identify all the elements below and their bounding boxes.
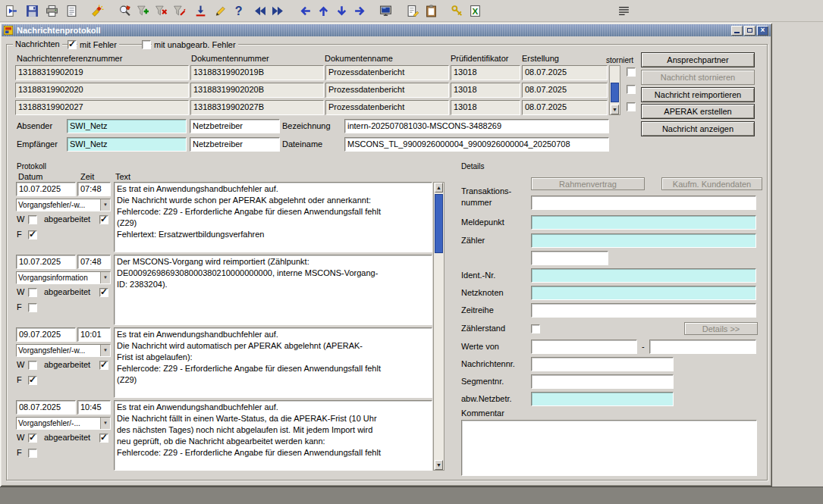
ansprechpartner-button[interactable]: Ansprechpartner [641,52,755,67]
table-cell-dokname[interactable]: Prozessdatenbericht [325,65,449,80]
messages-scroll-down-button[interactable]: ▼ [611,105,619,114]
protokoll-scrollbar-thumb[interactable] [435,194,443,253]
entry-datum-field[interactable]: 10.07.2025 [16,182,76,196]
print-button[interactable] [42,2,61,20]
execute-query-button[interactable] [134,2,152,20]
table-cell-erstellung[interactable]: 08.07.2025 [522,100,608,115]
enter-query-button[interactable] [115,2,134,20]
previous-block-button[interactable] [250,2,269,20]
empfaenger-code-field[interactable]: SWI_Netz [67,137,187,152]
storniert-checkbox[interactable] [627,85,636,94]
table-cell-pruef[interactable]: 13018 [451,100,520,115]
combo-dropdown-icon[interactable]: ▼ [100,345,110,356]
table-cell-erstellung[interactable]: 08.07.2025 [522,83,608,98]
next-block-button[interactable] [269,2,287,20]
maximize-button[interactable] [744,26,755,36]
details-expand-button[interactable]: Details >> [684,322,758,335]
entry-text-area[interactable]: Der MSCONS-Vorgang wird reimportiert (Zä… [114,255,432,325]
segmentnr-field[interactable] [531,374,674,389]
clipboard-button[interactable] [422,2,440,20]
entry-text-area[interactable]: Es trat ein Anwendungshandbuchfehler auf… [114,400,432,471]
dateiname-field[interactable]: MSCONS_TL_9900926000004_9900926000004_20… [344,137,609,152]
entry-typ-combo[interactable]: Vorgangsfehler/-w...▼ [16,199,111,211]
entry-zeit-field[interactable]: 10:01 [77,327,111,342]
kaufm-kundendaten-button[interactable]: Kaufm. Kundendaten [661,177,762,190]
entry-zeit-field[interactable]: 07:48 [77,255,111,269]
table-cell-ref[interactable]: 13188319902020 [15,83,189,98]
protokoll-scroll-up-button[interactable]: ▲ [435,183,443,193]
entry-typ-combo[interactable]: Vorgangsfehler/-w...▼ [16,344,111,357]
edit-button[interactable] [211,2,229,20]
nachrichtennr-field[interactable] [531,357,674,371]
excel-export-button[interactable]: X [466,2,484,20]
entry-text-area[interactable]: Es trat ein Anwendungshandbuchfehler auf… [114,182,432,252]
w-checkbox[interactable] [28,215,37,224]
print-preview-button[interactable] [62,2,80,20]
close-button[interactable]: × [757,26,768,36]
help-button[interactable]: ? [229,2,247,20]
next-item-button[interactable] [350,2,369,20]
entry-datum-field[interactable]: 09.07.2025 [16,327,76,342]
nachricht-reimportieren-button[interactable]: Nachricht reimportieren [641,87,755,102]
nachricht-anzeigen-button[interactable]: Nachricht anzeigen [641,121,755,136]
ident-nr-field[interactable] [531,268,756,283]
table-cell-doknr[interactable]: 13188319902019B [190,65,324,80]
table-cell-erstellung[interactable]: 08.07.2025 [522,65,608,80]
keys-button[interactable] [448,2,466,20]
combo-dropdown-icon[interactable]: ▼ [100,418,110,429]
messages-scrollbar-thumb[interactable] [611,83,619,102]
werte-von-field[interactable] [531,340,637,354]
entry-typ-combo[interactable]: Vorgangsinformation▼ [16,271,111,284]
transaktionsnummer-field[interactable] [531,196,756,210]
abgearbeitet-checkbox[interactable] [99,215,108,224]
entry-text-area[interactable]: Es trat ein Anwendungshandbuchfehler auf… [114,327,432,398]
protokoll-scroll-down-button[interactable]: ▼ [435,460,443,470]
f-checkbox[interactable] [28,230,37,239]
table-cell-ref[interactable]: 13188319902027 [15,100,189,115]
entry-datum-field[interactable]: 08.07.2025 [16,400,76,415]
zaehler2-field[interactable] [531,251,608,265]
table-cell-dokname[interactable]: Prozessdatenbericht [325,83,449,98]
cancel-query-button[interactable] [152,2,170,20]
window-titlebar[interactable]: Nachrichtenprotokoll × [2,24,771,36]
entry-zeit-field[interactable]: 10:45 [77,400,111,415]
mit-unabgearb-fehler-checkbox[interactable] [142,40,151,49]
protokoll-scrollbar[interactable]: ▲ ▼ [433,182,444,471]
storniert-checkbox[interactable] [627,102,636,111]
werte-bis-field[interactable] [649,340,756,354]
scroll-up-button[interactable] [314,2,332,20]
messages-scrollbar[interactable]: ▼ [609,65,620,115]
table-cell-pruef[interactable]: 13018 [451,83,520,98]
w-checkbox[interactable] [28,434,37,443]
storniert-checkbox[interactable] [627,67,636,77]
table-cell-pruef[interactable]: 13018 [451,65,520,80]
w-checkbox[interactable] [28,361,37,370]
table-cell-doknr[interactable]: 13188319902027B [190,100,324,115]
import-button[interactable] [191,2,209,20]
previous-item-button[interactable] [296,2,314,20]
rahmenvertrag-button[interactable]: Rahmenvertrag [531,177,645,190]
minimize-button[interactable] [731,26,743,36]
f-checkbox[interactable] [28,449,37,458]
table-cell-doknr[interactable]: 13188319902020B [190,83,324,98]
search-torch-button[interactable] [88,2,106,20]
combo-dropdown-icon[interactable]: ▼ [100,272,110,283]
entry-zeit-field[interactable]: 07:48 [77,182,111,196]
aperak-erstellen-button[interactable]: APERAK erstellen [641,104,755,119]
zaehlerstand-checkbox[interactable] [531,324,540,333]
zeitreihe-field[interactable] [531,303,756,318]
abgearbeitet-checkbox[interactable] [99,288,108,297]
exit-form-button[interactable] [2,2,20,20]
combo-dropdown-icon[interactable]: ▼ [100,199,110,211]
entry-datum-field[interactable]: 10.07.2025 [16,255,76,269]
abw-netzbetr-field[interactable] [531,392,674,406]
menu-list-button[interactable] [614,2,633,20]
f-checkbox[interactable] [28,376,37,385]
zaehler-field[interactable] [531,233,756,248]
abgearbeitet-checkbox[interactable] [99,434,108,443]
w-checkbox[interactable] [28,288,37,297]
absender-code-field[interactable]: SWI_Netz [67,119,187,133]
count-hits-button[interactable] [170,2,188,20]
kommentar-textarea[interactable] [461,420,757,476]
abgearbeitet-checkbox[interactable] [99,361,108,370]
